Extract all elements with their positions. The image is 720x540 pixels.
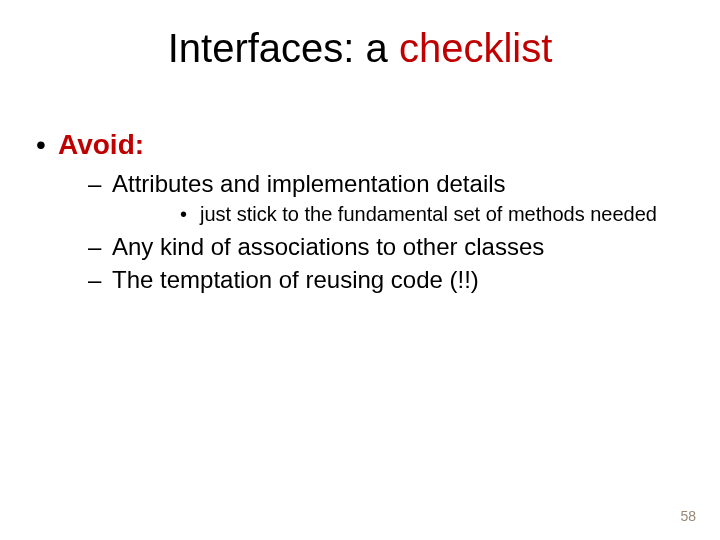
title-text-plain: Interfaces: a (168, 26, 399, 70)
slide-body: Avoid: Attributes and implementation det… (32, 128, 680, 303)
bullet-fundamental-methods: just stick to the fundamental set of met… (112, 201, 680, 227)
bullet-associations: Any kind of associations to other classe… (58, 231, 680, 262)
page-number: 58 (680, 508, 696, 524)
bullet-reusing-code: The temptation of reusing code (!!) (58, 264, 680, 295)
bullet-list-level-2: Attributes and implementation details ju… (58, 168, 680, 296)
bullet-text: Any kind of associations to other classe… (112, 233, 544, 260)
bullet-attributes: Attributes and implementation details ju… (58, 168, 680, 227)
avoid-label: Avoid: (58, 129, 144, 160)
bullet-list-level-1: Avoid: Attributes and implementation det… (32, 128, 680, 295)
title-text-accent: checklist (399, 26, 552, 70)
slide-title: Interfaces: a checklist (0, 26, 720, 71)
slide: Interfaces: a checklist Avoid: Attribute… (0, 0, 720, 540)
bullet-text: The temptation of reusing code (!!) (112, 266, 479, 293)
avoid-heading: Avoid: Attributes and implementation det… (32, 128, 680, 295)
bullet-list-level-3: just stick to the fundamental set of met… (112, 201, 680, 227)
bullet-text: Attributes and implementation details (112, 170, 506, 197)
bullet-text: just stick to the fundamental set of met… (200, 203, 657, 225)
